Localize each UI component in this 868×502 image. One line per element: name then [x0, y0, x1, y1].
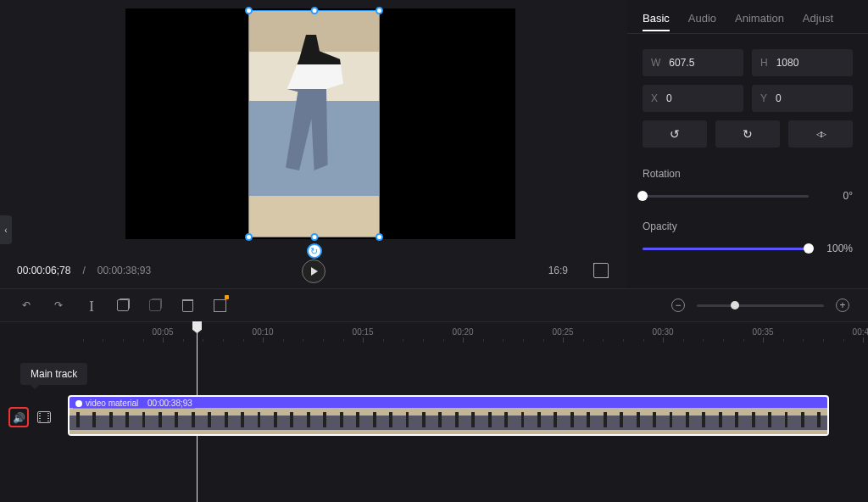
- resize-handle-top-left[interactable]: [245, 7, 253, 14]
- opacity-value: 100%: [819, 243, 853, 254]
- timeline: 00:0500:1000:1500:2000:2500:3000:3500:40…: [0, 322, 868, 502]
- clip-name: video material: [86, 399, 138, 408]
- timeline-clip[interactable]: video material 00:00:38;93: [68, 395, 829, 436]
- track-type-icon: [36, 409, 53, 426]
- ruler-label: 00:40: [853, 327, 868, 337]
- clip-label: video material 00:00:38;93: [73, 398, 195, 409]
- ruler-label: 00:05: [153, 327, 174, 337]
- opacity-label: Opacity: [643, 220, 853, 232]
- w-value: 607.5: [669, 57, 694, 69]
- width-field[interactable]: W 607.5: [643, 49, 743, 76]
- aspect-ratio[interactable]: 16:9: [548, 265, 568, 276]
- x-field[interactable]: X 0: [643, 85, 743, 112]
- current-time: 00:00:06;78: [17, 265, 70, 276]
- rotate-cw-button[interactable]: [715, 120, 780, 148]
- ruler-label: 00:35: [753, 327, 774, 337]
- x-value: 0: [666, 92, 672, 104]
- clip-selection-frame[interactable]: [248, 10, 380, 237]
- inspector-panel: Basic Audio Animation Adjust W 607.5 H 1…: [627, 0, 868, 288]
- rotation-slider[interactable]: [643, 195, 809, 198]
- clip-thumbnails: [70, 408, 827, 434]
- delete-button[interactable]: [180, 298, 195, 313]
- h-label: H: [760, 57, 768, 69]
- preview-pane: 00:00:06;78 / 00:00:38;93 16:9: [0, 0, 627, 288]
- resize-handle-bottom-center[interactable]: [310, 233, 318, 241]
- copy-button[interactable]: [115, 298, 131, 313]
- fullscreen-button[interactable]: [593, 263, 609, 278]
- ruler-label: 00:30: [653, 327, 674, 337]
- timeline-toolbar: − +: [0, 288, 868, 322]
- timecode: 00:00:06;78 / 00:00:38;93: [17, 265, 151, 276]
- x-label: X: [651, 92, 658, 104]
- resize-handle-top-center[interactable]: [310, 7, 318, 14]
- track-mute-button[interactable]: [8, 407, 29, 427]
- crop-button[interactable]: [212, 298, 227, 313]
- resize-handle-bottom-right[interactable]: [376, 233, 383, 241]
- zoom-in-button[interactable]: +: [836, 298, 849, 312]
- undo-button[interactable]: [19, 298, 34, 313]
- w-label: W: [651, 57, 660, 69]
- rotate-ccw-button[interactable]: [643, 120, 707, 148]
- rotate-handle[interactable]: [307, 243, 322, 259]
- y-field[interactable]: Y 0: [752, 85, 853, 112]
- clip-duration: 00:00:38;93: [147, 399, 192, 408]
- split-button[interactable]: [83, 298, 98, 313]
- ruler-label: 00:15: [353, 327, 374, 337]
- paste-button[interactable]: [147, 298, 163, 313]
- ruler-label: 00:20: [453, 327, 474, 337]
- sound-icon: [13, 411, 25, 424]
- ruler-label: 00:25: [553, 327, 574, 337]
- expand-panel-tab[interactable]: [0, 215, 12, 244]
- resize-handle-bottom-left[interactable]: [245, 233, 253, 241]
- track-header: [8, 407, 53, 427]
- tab-adjust[interactable]: Adjust: [803, 12, 833, 25]
- y-value: 0: [776, 92, 782, 104]
- height-field[interactable]: H 1080: [752, 49, 853, 76]
- h-value: 1080: [776, 57, 799, 69]
- total-time: 00:00:38;93: [97, 265, 151, 276]
- timecode-separator: /: [82, 265, 85, 276]
- tab-basic[interactable]: Basic: [643, 12, 670, 25]
- resize-handle-top-right[interactable]: [376, 7, 383, 14]
- opacity-slider[interactable]: [643, 248, 809, 250]
- tab-audio[interactable]: Audio: [688, 12, 716, 25]
- inspector-tabs: Basic Audio Animation Adjust: [643, 12, 853, 25]
- zoom-slider[interactable]: [697, 304, 824, 307]
- ruler-label: 00:10: [253, 327, 274, 337]
- zoom-out-button[interactable]: −: [671, 298, 685, 312]
- rotation-label: Rotation: [643, 168, 853, 180]
- inspector-divider: [627, 33, 868, 34]
- film-icon: [37, 411, 51, 423]
- rotation-value: 0°: [819, 190, 853, 202]
- time-ruler[interactable]: 00:0500:1000:1500:2000:2500:3000:3500:40: [68, 322, 868, 346]
- play-button[interactable]: [302, 259, 326, 283]
- main-track-tooltip: Main track: [20, 363, 87, 385]
- redo-button[interactable]: [51, 298, 66, 313]
- y-label: Y: [760, 92, 767, 104]
- tab-animation[interactable]: Animation: [735, 12, 784, 25]
- flip-horizontal-button[interactable]: [788, 120, 853, 148]
